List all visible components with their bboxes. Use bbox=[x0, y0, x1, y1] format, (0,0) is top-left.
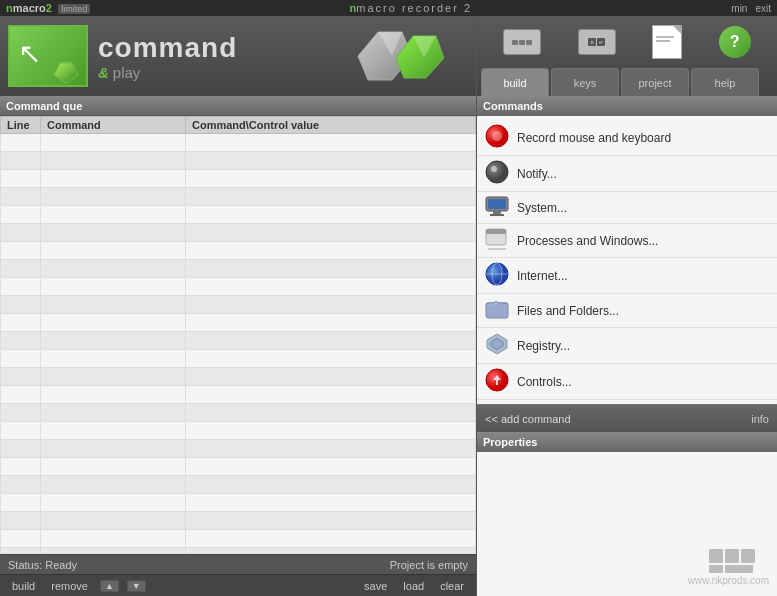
tab-keys[interactable]: keys bbox=[551, 68, 619, 96]
titlebar-logo: nmacro2 limited bbox=[6, 1, 90, 15]
command-item-system[interactable]: System... bbox=[477, 192, 777, 224]
header-gems bbox=[348, 24, 468, 88]
command-item-record[interactable]: Record mouse and keyboard bbox=[477, 120, 777, 156]
command-item-notify[interactable]: Notify... bbox=[477, 156, 777, 192]
keyboard-icon bbox=[503, 29, 541, 55]
table-row bbox=[1, 368, 476, 386]
titlebar: nmacro2 limited nmacro recorder 2 min ex… bbox=[0, 0, 777, 16]
table-row bbox=[1, 386, 476, 404]
svg-point-8 bbox=[492, 131, 502, 141]
arrow-up-button[interactable]: ▲ bbox=[100, 580, 119, 592]
document-icon bbox=[652, 25, 682, 59]
svg-rect-29 bbox=[725, 565, 753, 573]
table-row bbox=[1, 152, 476, 170]
tab-project[interactable]: project bbox=[621, 68, 689, 96]
table-row bbox=[1, 422, 476, 440]
registry-label: Registry... bbox=[517, 339, 570, 353]
statusbar: Status: Ready Project is empty bbox=[0, 554, 476, 574]
clear-button[interactable]: clear bbox=[436, 579, 468, 593]
table-row bbox=[1, 332, 476, 350]
left-panel: ↖ command & play bbox=[0, 16, 476, 596]
table-body bbox=[1, 134, 476, 555]
controls-icon bbox=[485, 368, 509, 395]
col-header-value: Command\Control value bbox=[186, 117, 476, 134]
titlebar-center: nmacro recorder 2 bbox=[350, 1, 473, 15]
notify-label: Notify... bbox=[517, 167, 557, 181]
files-label: Files and Folders... bbox=[517, 304, 619, 318]
record-icon bbox=[485, 124, 509, 151]
svg-rect-26 bbox=[725, 549, 739, 563]
project-tab-area bbox=[652, 25, 682, 59]
keys-icon: n ↵ bbox=[578, 29, 616, 55]
table-row bbox=[1, 260, 476, 278]
right-panel: n ↵ ? bbox=[476, 16, 777, 596]
svg-point-9 bbox=[486, 161, 508, 183]
table-row bbox=[1, 404, 476, 422]
status-text: Status: Ready bbox=[8, 559, 77, 571]
right-tabs-row: build keys project help bbox=[477, 68, 777, 96]
registry-icon bbox=[485, 332, 509, 359]
play-label: & play bbox=[98, 64, 237, 81]
table-row bbox=[1, 512, 476, 530]
info-label: info bbox=[751, 413, 769, 425]
command-item-files[interactable]: Files and Folders... bbox=[477, 294, 777, 328]
svg-point-10 bbox=[491, 166, 497, 172]
svg-marker-2 bbox=[54, 63, 78, 83]
watermark: www.nkprods.com bbox=[688, 549, 769, 586]
titlebar-buttons: min exit bbox=[731, 3, 771, 14]
right-header: n ↵ ? bbox=[477, 16, 777, 96]
exit-button[interactable]: exit bbox=[755, 3, 771, 14]
command-item-processes[interactable]: Processes and Windows... bbox=[477, 224, 777, 258]
help-tab-area: ? bbox=[719, 26, 751, 58]
table-row bbox=[1, 278, 476, 296]
svg-text:↖: ↖ bbox=[18, 38, 41, 69]
watermark-logo bbox=[688, 549, 769, 573]
help-icon: ? bbox=[719, 26, 751, 58]
svg-rect-27 bbox=[741, 549, 755, 563]
save-button[interactable]: save bbox=[360, 579, 391, 593]
command-item-controls[interactable]: Controls... bbox=[477, 364, 777, 400]
app-header: ↖ command & play bbox=[0, 16, 476, 96]
table-row bbox=[1, 314, 476, 332]
command-item-registry[interactable]: Registry... bbox=[477, 328, 777, 364]
table-row bbox=[1, 170, 476, 188]
svg-rect-28 bbox=[709, 565, 723, 573]
tab-build[interactable]: build bbox=[481, 68, 549, 96]
commands-header: Commands bbox=[477, 96, 777, 116]
table-row bbox=[1, 440, 476, 458]
table-row bbox=[1, 242, 476, 260]
bottombar: build remove ▲ ▼ save load clear bbox=[0, 574, 476, 596]
col-header-line: Line bbox=[1, 117, 41, 134]
table-row bbox=[1, 224, 476, 242]
system-label: System... bbox=[517, 201, 567, 215]
col-header-command: Command bbox=[41, 117, 186, 134]
svg-rect-12 bbox=[488, 199, 506, 209]
table-row bbox=[1, 134, 476, 152]
tab-help[interactable]: help bbox=[691, 68, 759, 96]
add-command-label: << add command bbox=[485, 413, 571, 425]
command-label: command bbox=[98, 32, 237, 64]
internet-icon bbox=[485, 262, 509, 289]
arrow-down-button[interactable]: ▼ bbox=[127, 580, 146, 592]
svg-rect-14 bbox=[490, 214, 504, 216]
command-title: command & play bbox=[98, 32, 237, 81]
table-row bbox=[1, 458, 476, 476]
table-row bbox=[1, 494, 476, 512]
table-row bbox=[1, 350, 476, 368]
svg-rect-13 bbox=[493, 211, 501, 214]
command-table[interactable]: Line Command Command\Control value bbox=[0, 116, 476, 554]
build-button[interactable]: build bbox=[8, 579, 39, 593]
command-item-internet[interactable]: Internet... bbox=[477, 258, 777, 294]
system-icon bbox=[485, 196, 509, 219]
internet-label: Internet... bbox=[517, 269, 568, 283]
svg-rect-25 bbox=[709, 549, 723, 563]
load-button[interactable]: load bbox=[399, 579, 428, 593]
svg-rect-17 bbox=[488, 248, 506, 250]
remove-button[interactable]: remove bbox=[47, 579, 92, 593]
controls-label: Controls... bbox=[517, 375, 572, 389]
add-command-bar[interactable]: << add command info bbox=[477, 404, 777, 432]
minimize-button[interactable]: min bbox=[731, 3, 747, 14]
main-area: ↖ command & play bbox=[0, 16, 777, 596]
right-tab-icons: n ↵ ? bbox=[477, 16, 777, 68]
logo-box: ↖ bbox=[8, 25, 88, 87]
